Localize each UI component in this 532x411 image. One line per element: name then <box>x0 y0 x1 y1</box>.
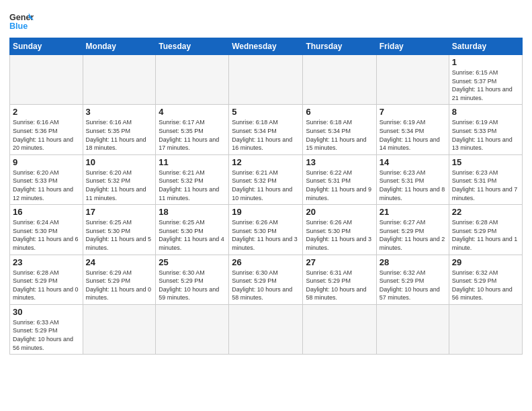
day-info: Sunrise: 6:22 AM Sunset: 5:31 PM Dayligh… <box>306 169 373 202</box>
calendar-cell <box>83 55 156 105</box>
day-info: Sunrise: 6:26 AM Sunset: 5:30 PM Dayligh… <box>306 218 373 252</box>
day-number: 14 <box>380 157 446 167</box>
weekday-header-sunday: Sunday <box>10 38 83 55</box>
day-number: 12 <box>232 157 300 167</box>
calendar: SundayMondayTuesdayWednesdayThursdayFrid… <box>9 38 523 355</box>
calendar-cell: 9Sunrise: 6:20 AM Sunset: 5:33 PM Daylig… <box>10 154 83 204</box>
calendar-cell: 18Sunrise: 6:25 AM Sunset: 5:30 PM Dayli… <box>156 205 229 255</box>
day-number: 21 <box>380 207 446 217</box>
day-number: 15 <box>452 157 519 167</box>
day-info: Sunrise: 6:25 AM Sunset: 5:30 PM Dayligh… <box>159 218 226 252</box>
day-info: Sunrise: 6:30 AM Sunset: 5:29 PM Dayligh… <box>232 269 300 302</box>
page: General Blue SundayMondayTuesdayWednesda… <box>0 0 532 411</box>
calendar-cell <box>83 304 156 354</box>
day-number: 11 <box>159 157 226 167</box>
calendar-cell: 24Sunrise: 6:29 AM Sunset: 5:29 PM Dayli… <box>83 255 156 304</box>
calendar-cell: 30Sunrise: 6:33 AM Sunset: 5:29 PM Dayli… <box>10 304 83 354</box>
calendar-cell <box>156 55 229 105</box>
calendar-cell: 21Sunrise: 6:27 AM Sunset: 5:29 PM Dayli… <box>376 205 449 255</box>
calendar-cell <box>229 55 303 105</box>
day-info: Sunrise: 6:19 AM Sunset: 5:33 PM Dayligh… <box>452 118 519 152</box>
week-row-5: 30Sunrise: 6:33 AM Sunset: 5:29 PM Dayli… <box>10 304 523 354</box>
weekday-header-wednesday: Wednesday <box>229 38 303 55</box>
week-row-0: 1Sunrise: 6:15 AM Sunset: 5:37 PM Daylig… <box>10 55 523 105</box>
calendar-cell: 14Sunrise: 6:23 AM Sunset: 5:31 PM Dayli… <box>376 154 449 204</box>
calendar-cell <box>156 304 229 354</box>
calendar-cell: 15Sunrise: 6:23 AM Sunset: 5:31 PM Dayli… <box>449 154 522 204</box>
day-number: 1 <box>452 57 519 67</box>
day-number: 24 <box>86 257 153 267</box>
calendar-cell: 19Sunrise: 6:26 AM Sunset: 5:30 PM Dayli… <box>229 205 303 255</box>
calendar-cell: 29Sunrise: 6:32 AM Sunset: 5:29 PM Dayli… <box>449 255 522 304</box>
day-info: Sunrise: 6:21 AM Sunset: 5:32 PM Dayligh… <box>159 169 226 202</box>
week-row-1: 2Sunrise: 6:16 AM Sunset: 5:36 PM Daylig… <box>10 105 523 154</box>
svg-text:Blue: Blue <box>9 21 28 31</box>
day-number: 2 <box>13 107 80 117</box>
calendar-cell: 13Sunrise: 6:22 AM Sunset: 5:31 PM Dayli… <box>303 154 376 204</box>
calendar-cell: 7Sunrise: 6:19 AM Sunset: 5:34 PM Daylig… <box>376 105 449 154</box>
day-info: Sunrise: 6:26 AM Sunset: 5:30 PM Dayligh… <box>232 218 300 252</box>
day-number: 10 <box>86 157 153 167</box>
day-info: Sunrise: 6:19 AM Sunset: 5:34 PM Dayligh… <box>380 118 446 152</box>
day-info: Sunrise: 6:33 AM Sunset: 5:29 PM Dayligh… <box>13 318 80 352</box>
day-number: 18 <box>159 207 226 217</box>
day-info: Sunrise: 6:23 AM Sunset: 5:31 PM Dayligh… <box>452 169 519 202</box>
day-number: 6 <box>306 107 373 117</box>
day-info: Sunrise: 6:16 AM Sunset: 5:35 PM Dayligh… <box>86 118 153 152</box>
day-info: Sunrise: 6:16 AM Sunset: 5:36 PM Dayligh… <box>13 118 80 152</box>
day-info: Sunrise: 6:20 AM Sunset: 5:33 PM Dayligh… <box>13 169 80 202</box>
day-info: Sunrise: 6:30 AM Sunset: 5:29 PM Dayligh… <box>159 269 226 302</box>
day-number: 13 <box>306 157 373 167</box>
day-number: 29 <box>452 257 519 267</box>
day-info: Sunrise: 6:28 AM Sunset: 5:29 PM Dayligh… <box>13 269 80 302</box>
calendar-cell <box>303 304 376 354</box>
weekday-header-row: SundayMondayTuesdayWednesdayThursdayFrid… <box>10 38 523 55</box>
day-number: 8 <box>452 107 519 117</box>
calendar-cell <box>229 304 303 354</box>
day-number: 3 <box>86 107 153 117</box>
day-number: 4 <box>159 107 226 117</box>
calendar-cell: 28Sunrise: 6:32 AM Sunset: 5:29 PM Dayli… <box>376 255 449 304</box>
logo-icon: General Blue <box>9 9 34 34</box>
day-info: Sunrise: 6:27 AM Sunset: 5:29 PM Dayligh… <box>380 218 446 252</box>
calendar-cell: 17Sunrise: 6:25 AM Sunset: 5:30 PM Dayli… <box>83 205 156 255</box>
calendar-cell <box>303 55 376 105</box>
calendar-cell: 11Sunrise: 6:21 AM Sunset: 5:32 PM Dayli… <box>156 154 229 204</box>
day-number: 7 <box>380 107 446 117</box>
day-number: 28 <box>380 257 446 267</box>
calendar-cell: 3Sunrise: 6:16 AM Sunset: 5:35 PM Daylig… <box>83 105 156 154</box>
logo: General Blue <box>9 9 34 34</box>
day-info: Sunrise: 6:25 AM Sunset: 5:30 PM Dayligh… <box>86 218 153 252</box>
day-number: 25 <box>159 257 226 267</box>
weekday-header-thursday: Thursday <box>303 38 376 55</box>
day-info: Sunrise: 6:17 AM Sunset: 5:35 PM Dayligh… <box>159 118 226 152</box>
calendar-cell: 26Sunrise: 6:30 AM Sunset: 5:29 PM Dayli… <box>229 255 303 304</box>
day-number: 30 <box>13 307 80 317</box>
calendar-cell: 1Sunrise: 6:15 AM Sunset: 5:37 PM Daylig… <box>449 55 522 105</box>
week-row-3: 16Sunrise: 6:24 AM Sunset: 5:30 PM Dayli… <box>10 205 523 255</box>
week-row-2: 9Sunrise: 6:20 AM Sunset: 5:33 PM Daylig… <box>10 154 523 204</box>
day-info: Sunrise: 6:21 AM Sunset: 5:32 PM Dayligh… <box>232 169 300 202</box>
calendar-cell: 5Sunrise: 6:18 AM Sunset: 5:34 PM Daylig… <box>229 105 303 154</box>
calendar-cell: 10Sunrise: 6:20 AM Sunset: 5:32 PM Dayli… <box>83 154 156 204</box>
day-number: 5 <box>232 107 300 117</box>
day-info: Sunrise: 6:29 AM Sunset: 5:29 PM Dayligh… <box>86 269 153 302</box>
calendar-cell <box>449 304 522 354</box>
day-info: Sunrise: 6:31 AM Sunset: 5:29 PM Dayligh… <box>306 269 373 302</box>
weekday-header-monday: Monday <box>83 38 156 55</box>
calendar-cell: 25Sunrise: 6:30 AM Sunset: 5:29 PM Dayli… <box>156 255 229 304</box>
week-row-4: 23Sunrise: 6:28 AM Sunset: 5:29 PM Dayli… <box>10 255 523 304</box>
calendar-cell: 20Sunrise: 6:26 AM Sunset: 5:30 PM Dayli… <box>303 205 376 255</box>
calendar-cell <box>376 55 449 105</box>
day-number: 23 <box>13 257 80 267</box>
weekday-header-saturday: Saturday <box>449 38 522 55</box>
day-info: Sunrise: 6:32 AM Sunset: 5:29 PM Dayligh… <box>380 269 446 302</box>
day-info: Sunrise: 6:20 AM Sunset: 5:32 PM Dayligh… <box>86 169 153 202</box>
weekday-header-tuesday: Tuesday <box>156 38 229 55</box>
day-number: 20 <box>306 207 373 217</box>
day-info: Sunrise: 6:18 AM Sunset: 5:34 PM Dayligh… <box>232 118 300 152</box>
header: General Blue <box>9 7 523 34</box>
day-info: Sunrise: 6:28 AM Sunset: 5:29 PM Dayligh… <box>452 218 519 252</box>
day-number: 17 <box>86 207 153 217</box>
day-info: Sunrise: 6:24 AM Sunset: 5:30 PM Dayligh… <box>13 218 80 252</box>
